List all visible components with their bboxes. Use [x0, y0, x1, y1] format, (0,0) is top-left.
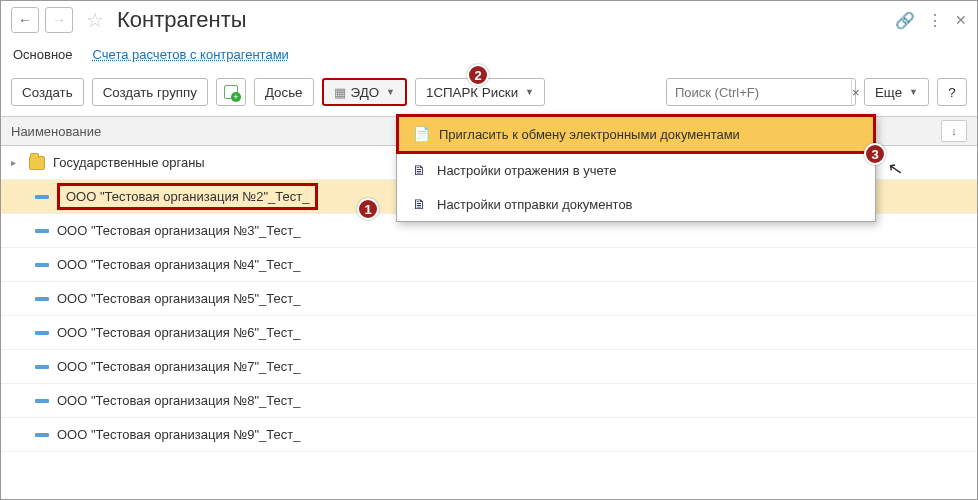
- list-item[interactable]: ООО "Тестовая организация №7"_Тест_: [1, 350, 977, 384]
- tab-main[interactable]: Основное: [13, 45, 73, 64]
- list-item[interactable]: ООО "Тестовая организация №8"_Тест_: [1, 384, 977, 418]
- back-button[interactable]: ←: [11, 7, 39, 33]
- column-name[interactable]: Наименование: [11, 124, 101, 139]
- item-label: ООО "Тестовая организация №7"_Тест_: [57, 359, 300, 374]
- item-label: ООО "Тестовая организация №2"_Тест_: [57, 183, 318, 210]
- item-label: ООО "Тестовая организация №6"_Тест_: [57, 325, 300, 340]
- callout-2: 2: [467, 64, 489, 86]
- plus-doc-icon: [224, 85, 238, 99]
- item-marker-icon: [35, 229, 49, 233]
- search-input[interactable]: [667, 85, 851, 100]
- item-marker-icon: [35, 399, 49, 403]
- caret-down-icon: ▼: [386, 87, 395, 97]
- search-clear-button[interactable]: ×: [851, 79, 860, 105]
- close-icon[interactable]: ✕: [955, 12, 967, 28]
- item-marker-icon: [35, 365, 49, 369]
- edo-dropdown-menu: 📄 Пригласить к обмену электронными докум…: [396, 114, 876, 222]
- expand-icon[interactable]: ▸: [11, 157, 21, 168]
- list-item[interactable]: ООО "Тестовая организация №5"_Тест_: [1, 282, 977, 316]
- item-marker-icon: [35, 297, 49, 301]
- help-button[interactable]: ?: [937, 78, 967, 106]
- item-label: ООО "Тестовая организация №3"_Тест_: [57, 223, 300, 238]
- menu-sending-settings[interactable]: 🗎 Настройки отправки документов: [397, 187, 875, 221]
- tab-bar: Основное Счета расчетов с контрагентами: [1, 39, 977, 74]
- forward-button[interactable]: →: [45, 7, 73, 33]
- window-header: ← → ☆ Контрагенты 🔗 ⋮ ✕: [1, 1, 977, 39]
- item-label: ООО "Тестовая организация №9"_Тест_: [57, 427, 300, 442]
- page-title: Контрагенты: [117, 7, 247, 33]
- folder-label: Государственные органы: [53, 155, 205, 170]
- invite-icon: 📄: [413, 126, 429, 142]
- create-group-button[interactable]: Создать группу: [92, 78, 208, 106]
- menu-accounting-settings[interactable]: 🗎 Настройки отражения в учете: [397, 153, 875, 187]
- edo-dropdown-button[interactable]: ▦ ЭДО ▼: [322, 78, 407, 106]
- folder-icon: [29, 156, 45, 170]
- edo-icon: ▦: [334, 85, 346, 100]
- favorite-star-icon[interactable]: ☆: [83, 8, 107, 32]
- send-doc-icon: 🗎: [411, 196, 427, 212]
- kebab-menu-icon[interactable]: ⋮: [927, 11, 943, 30]
- link-icon[interactable]: 🔗: [895, 11, 915, 30]
- search-field-wrap: ×: [666, 78, 856, 106]
- gear-doc-icon: 🗎: [411, 162, 427, 178]
- list-item[interactable]: ООО "Тестовая организация №6"_Тест_: [1, 316, 977, 350]
- caret-down-icon: ▼: [525, 87, 534, 97]
- toolbar: Создать Создать группу Досье ▦ ЭДО ▼ 1СП…: [1, 74, 977, 116]
- item-label: ООО "Тестовая организация №8"_Тест_: [57, 393, 300, 408]
- menu-invite-exchange[interactable]: 📄 Пригласить к обмену электронными докум…: [396, 114, 876, 154]
- item-label: ООО "Тестовая организация №5"_Тест_: [57, 291, 300, 306]
- create-button[interactable]: Создать: [11, 78, 84, 106]
- item-label: ООО "Тестовая организация №4"_Тест_: [57, 257, 300, 272]
- list-item[interactable]: ООО "Тестовая организация №9"_Тест_: [1, 418, 977, 452]
- item-marker-icon: [35, 331, 49, 335]
- item-marker-icon: [35, 195, 49, 199]
- item-marker-icon: [35, 263, 49, 267]
- tab-accounts-link[interactable]: Счета расчетов с контрагентами: [93, 45, 289, 64]
- add-item-icon-button[interactable]: [216, 78, 246, 106]
- callout-3: 3: [864, 143, 886, 165]
- list-item[interactable]: ООО "Тестовая организация №4"_Тест_: [1, 248, 977, 282]
- dossier-button[interactable]: Досье: [254, 78, 314, 106]
- more-button[interactable]: Еще▼: [864, 78, 929, 106]
- caret-down-icon: ▼: [909, 87, 918, 97]
- item-marker-icon: [35, 433, 49, 437]
- sort-indicator[interactable]: ↓: [941, 120, 967, 142]
